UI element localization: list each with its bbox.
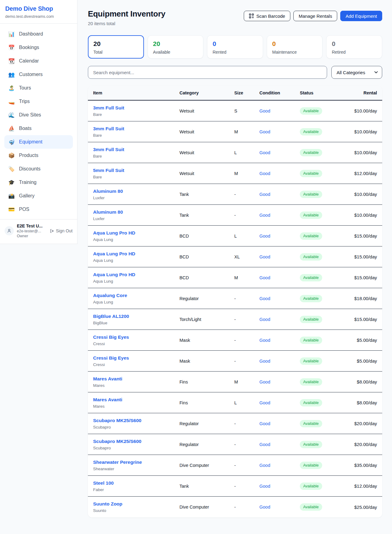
item-name-link[interactable]: 3mm Full Suit	[93, 126, 124, 132]
manage-rentals-button[interactable]: Manage Rentals	[293, 11, 337, 21]
item-category: BCD	[179, 275, 234, 280]
condition-link[interactable]: Good	[259, 400, 270, 405]
condition-link[interactable]: Good	[259, 505, 270, 509]
sidebar-item-label: Bookings	[19, 45, 39, 50]
item-name-link[interactable]: Scubapro MK25/S600	[93, 418, 141, 423]
stat-card-retired[interactable]: 0 Retired	[326, 35, 382, 59]
stat-card-rented[interactable]: 0 Rented	[207, 35, 263, 59]
item-rental: $5.00/day	[338, 338, 377, 343]
item-category: Wetsuit	[179, 150, 234, 155]
condition-link[interactable]: Good	[259, 109, 270, 113]
item-name-link[interactable]: Aluminum 80	[93, 209, 123, 215]
item-name-link[interactable]: Mares Avanti	[93, 397, 122, 402]
item-rental: $10.00/day	[338, 108, 377, 113]
condition-link[interactable]: Good	[259, 254, 270, 259]
category-select[interactable]: All Categories	[331, 66, 382, 79]
item-name-link[interactable]: Cressi Big Eyes	[93, 355, 129, 361]
item-name-link[interactable]: Aqua Lung Pro HD	[93, 230, 135, 236]
sidebar-item-tours[interactable]: 🏝️ Tours	[4, 81, 73, 95]
sidebar-item-dive-sites[interactable]: 🌊 Dive Sites	[4, 108, 73, 122]
item-name-link[interactable]: Cressi Big Eyes	[93, 334, 129, 340]
condition-link[interactable]: Good	[259, 296, 270, 301]
search-input[interactable]	[88, 66, 327, 79]
item-rental: $8.00/day	[338, 379, 377, 384]
item-name-link[interactable]: 3mm Full Suit	[93, 105, 124, 111]
item-name-link[interactable]: 5mm Full Suit	[93, 168, 124, 173]
sidebar-item-label: POS	[19, 207, 29, 212]
item-cell: Scubapro MK25/S600 Scubapro	[93, 439, 179, 450]
item-brand: Mares	[93, 404, 179, 409]
column-header-category: Category	[179, 90, 234, 95]
sidebar-item-label: Training	[19, 180, 36, 185]
graduation-cap-icon: 🎓	[8, 179, 14, 186]
condition-link[interactable]: Good	[259, 484, 270, 489]
item-size: -	[234, 317, 259, 322]
condition-link[interactable]: Good	[259, 317, 270, 322]
item-name-link[interactable]: Scubapro MK25/S600	[93, 439, 141, 444]
sidebar-item-discounts[interactable]: 🏷️ Discounts	[4, 162, 73, 176]
sign-out-button[interactable]: Sign Out	[50, 228, 73, 233]
condition-link[interactable]: Good	[259, 171, 270, 176]
item-cell: Aluminum 80 Luxfer	[93, 189, 179, 200]
condition-link[interactable]: Good	[259, 380, 270, 384]
add-equipment-button[interactable]: Add Equipment	[340, 11, 382, 21]
item-rental: $15.00/day	[338, 233, 377, 238]
table-row: Mares Avanti Mares Fins M Good Available…	[88, 372, 382, 392]
condition-link[interactable]: Good	[259, 421, 270, 426]
sidebar-item-training[interactable]: 🎓 Training	[4, 176, 73, 189]
item-category: Regulator	[179, 442, 234, 447]
table-row: Scubapro MK25/S600 Scubapro Regulator - …	[88, 413, 382, 434]
condition-link[interactable]: Good	[259, 213, 270, 218]
item-category: Tank	[179, 213, 234, 218]
item-name-link[interactable]: Mares Avanti	[93, 376, 122, 382]
condition-link[interactable]: Good	[259, 275, 270, 280]
sidebar-item-equipment[interactable]: 🤿 Equipment	[4, 135, 73, 149]
condition-link[interactable]: Good	[259, 150, 270, 155]
item-name-link[interactable]: Aqualung Core	[93, 293, 127, 298]
condition-link[interactable]: Good	[259, 129, 270, 134]
item-name-link[interactable]: Aluminum 80	[93, 189, 123, 194]
sidebar-item-label: Tours	[19, 85, 31, 91]
item-cell: Aluminum 80 Luxfer	[93, 209, 179, 221]
stat-card-total[interactable]: 20 Total	[88, 35, 144, 59]
condition-link[interactable]: Good	[259, 463, 270, 468]
table-row: Aluminum 80 Luxfer Tank - Good Available…	[88, 184, 382, 205]
sidebar-item-customers[interactable]: 👥 Customers	[4, 68, 73, 81]
condition-link[interactable]: Good	[259, 234, 270, 238]
status-badge: Available	[300, 378, 322, 386]
sidebar-item-calendar[interactable]: 📆 Calendar	[4, 54, 73, 68]
item-name-link[interactable]: Aqua Lung Pro HD	[93, 272, 135, 277]
status-badge: Available	[300, 212, 322, 219]
table-row: Mares Avanti Mares Fins L Good Available…	[88, 392, 382, 413]
sidebar-item-pos[interactable]: 💳 POS	[4, 203, 73, 216]
stat-card-maintenance[interactable]: 0 Maintenance	[267, 35, 323, 59]
item-name-link[interactable]: Steel 100	[93, 480, 114, 486]
sidebar-item-bookings[interactable]: 📅 Bookings	[4, 41, 73, 54]
stat-card-available[interactable]: 20 Available	[148, 35, 204, 59]
table-row: Aqua Lung Pro HD Aqua Lung BCD XL Good A…	[88, 246, 382, 267]
scan-barcode-button[interactable]: Scan Barcode	[244, 11, 290, 21]
item-name-link[interactable]: Suunto Zoop	[93, 501, 123, 507]
item-name-link[interactable]: Aqua Lung Pro HD	[93, 251, 135, 257]
item-cell: Aqua Lung Pro HD Aqua Lung	[93, 230, 179, 242]
sidebar-item-trips[interactable]: 🚤 Trips	[4, 95, 73, 108]
item-category: Fins	[179, 380, 234, 384]
sidebar-item-dashboard[interactable]: 📊 Dashboard	[4, 27, 73, 41]
table-header-row: Item Category Size Condition Status Rent…	[88, 86, 382, 101]
sidebar-item-products[interactable]: 📦 Products	[4, 149, 73, 162]
stat-label: Retired	[332, 50, 377, 55]
item-brand: Faber	[93, 487, 179, 492]
sidebar-item-gallery[interactable]: 📸 Gallery	[4, 189, 73, 203]
sidebar-item-boats[interactable]: ⛵ Boats	[4, 122, 73, 135]
condition-link[interactable]: Good	[259, 442, 270, 447]
manage-rentals-label: Manage Rentals	[299, 13, 332, 19]
item-name-link[interactable]: Shearwater Peregrine	[93, 460, 142, 465]
item-rental: $10.00/day	[338, 150, 377, 155]
item-name-link[interactable]: 3mm Full Suit	[93, 147, 124, 152]
condition-link[interactable]: Good	[259, 359, 270, 364]
status-badge: Available	[300, 399, 322, 406]
condition-link[interactable]: Good	[259, 338, 270, 343]
condition-link[interactable]: Good	[259, 192, 270, 197]
user-box: E2E Test U... e2e-tester@... Owner Sign …	[0, 219, 77, 242]
item-name-link[interactable]: BigBlue AL1200	[93, 314, 129, 319]
